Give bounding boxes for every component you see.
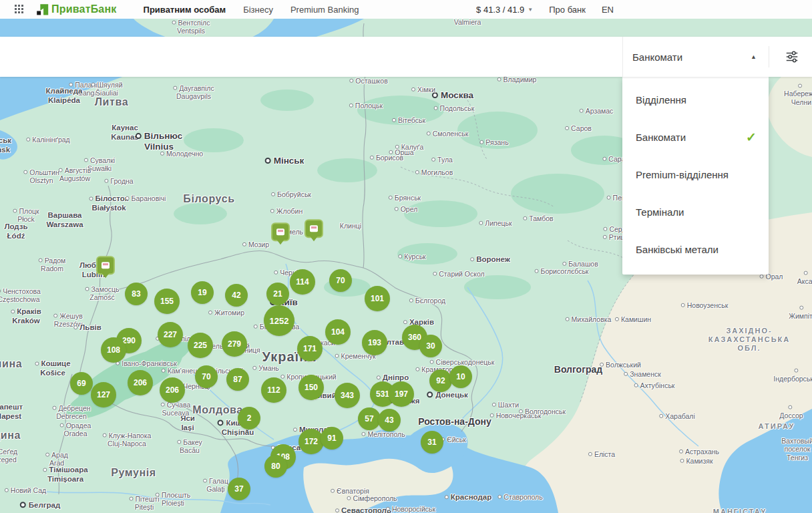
cluster-marker[interactable]: 225: [188, 333, 213, 358]
cluster-marker[interactable]: 37: [228, 478, 250, 500]
cluster-marker[interactable]: 92: [429, 369, 452, 392]
filter-select-value: Банкомати: [632, 51, 682, 63]
cluster-marker[interactable]: 112: [261, 377, 286, 403]
privatbank-atm-map-page: Вентспілс VentspilsValmieraПаланга Palan…: [0, 0, 812, 513]
cluster-marker[interactable]: 21: [266, 283, 289, 305]
dropdown-item-bankomaty[interactable]: Банкомати✓: [622, 118, 769, 156]
cluster-marker[interactable]: 87: [226, 368, 249, 391]
filter-select[interactable]: Банкомати ▲: [622, 37, 769, 77]
apps-grid-icon[interactable]: [15, 5, 24, 14]
cluster-marker[interactable]: 1252: [264, 305, 294, 336]
cluster-marker[interactable]: 2: [238, 407, 260, 430]
atm-pin-marker[interactable]: [96, 256, 115, 275]
dropdown-item-label: Відділення: [636, 94, 686, 106]
dropdown-item-label: Premium-відділення: [636, 169, 729, 180]
chevron-up-icon: ▲: [751, 53, 757, 60]
cluster-marker[interactable]: 101: [365, 286, 390, 311]
cluster-marker[interactable]: 30: [419, 335, 442, 357]
logo-text: ПриватБанк: [51, 3, 117, 15]
filter-settings-button[interactable]: [783, 47, 801, 66]
cluster-marker[interactable]: 171: [297, 336, 323, 361]
dropdown-item-label: Банкомати: [636, 132, 686, 143]
privatbank-logo[interactable]: ПриватБанк: [36, 3, 117, 16]
cluster-marker[interactable]: 343: [335, 383, 360, 408]
cluster-marker[interactable]: 104: [325, 319, 351, 345]
cluster-marker[interactable]: 43: [378, 409, 401, 432]
dropdown-item-bankivski-metaly[interactable]: Банківські метали: [622, 230, 769, 268]
cluster-marker[interactable]: 91: [321, 427, 343, 450]
cluster-marker[interactable]: 10: [449, 365, 472, 388]
cluster-marker[interactable]: 150: [298, 375, 324, 400]
exchange-rate[interactable]: $ 41.3 / 41.9 ▼: [476, 5, 533, 15]
atm-pin-marker[interactable]: [271, 222, 290, 241]
check-icon: ✓: [746, 130, 757, 145]
dropdown-item-terminaly[interactable]: Термінали: [622, 193, 769, 230]
cluster-marker[interactable]: 206: [128, 370, 153, 395]
cluster-marker[interactable]: 83: [125, 283, 148, 305]
cluster-marker[interactable]: 70: [195, 365, 218, 388]
cluster-marker[interactable]: 69: [70, 372, 93, 395]
nav-link-biznesu[interactable]: Бізнесу: [243, 5, 273, 15]
cluster-marker[interactable]: 57: [358, 407, 381, 430]
cluster-marker[interactable]: 279: [222, 331, 247, 357]
atm-pin-marker[interactable]: [304, 219, 323, 238]
nav-link-pryvatnym-osobam[interactable]: Приватним особам: [144, 5, 226, 15]
atm-icon: [102, 262, 110, 269]
cluster-marker[interactable]: 114: [290, 269, 315, 295]
filter-dropdown-panel: ВідділенняБанкомати✓Premium-відділенняТе…: [622, 77, 769, 275]
cluster-marker[interactable]: 70: [329, 269, 352, 292]
chevron-down-icon: ▼: [528, 7, 533, 13]
atm-icon: [310, 225, 318, 232]
cluster-marker[interactable]: 172: [298, 429, 324, 454]
cluster-marker[interactable]: 193: [362, 330, 387, 355]
cluster-marker[interactable]: 108: [101, 337, 126, 363]
main-nav: Приватним особамБізнесуPremium Banking: [126, 5, 359, 15]
cluster-marker[interactable]: 155: [154, 289, 180, 314]
filter-toolbar: Банкомати ▲: [0, 37, 812, 77]
dropdown-item-label: Термінали: [636, 206, 684, 218]
about-bank-link[interactable]: Про банк: [549, 5, 586, 15]
cluster-marker[interactable]: 127: [91, 382, 116, 407]
lang-switcher[interactable]: EN: [602, 5, 614, 15]
cluster-marker[interactable]: 206: [160, 377, 185, 403]
cluster-marker[interactable]: 80: [264, 455, 287, 478]
dropdown-item-label: Банківські метали: [636, 244, 719, 255]
toolbar-divider: [769, 46, 769, 67]
nav-link-premium-banking[interactable]: Premium Banking: [290, 5, 359, 15]
privatbank-logo-icon: [36, 3, 49, 16]
tune-icon: [785, 49, 799, 64]
cluster-marker[interactable]: 31: [421, 431, 443, 454]
cluster-marker[interactable]: 197: [389, 381, 414, 407]
dropdown-item-viddilennya[interactable]: Відділення: [622, 81, 769, 118]
atm-icon: [276, 228, 284, 235]
exchange-rate-value: $ 41.3 / 41.9: [476, 5, 524, 15]
cluster-marker[interactable]: 227: [158, 322, 183, 347]
cluster-marker[interactable]: 19: [191, 281, 214, 304]
cluster-marker[interactable]: 42: [225, 284, 248, 307]
top-header: ПриватБанк Приватним особамБізнесуPremiu…: [0, 0, 812, 19]
dropdown-item-premium-viddilennya[interactable]: Premium-відділення: [622, 156, 769, 193]
